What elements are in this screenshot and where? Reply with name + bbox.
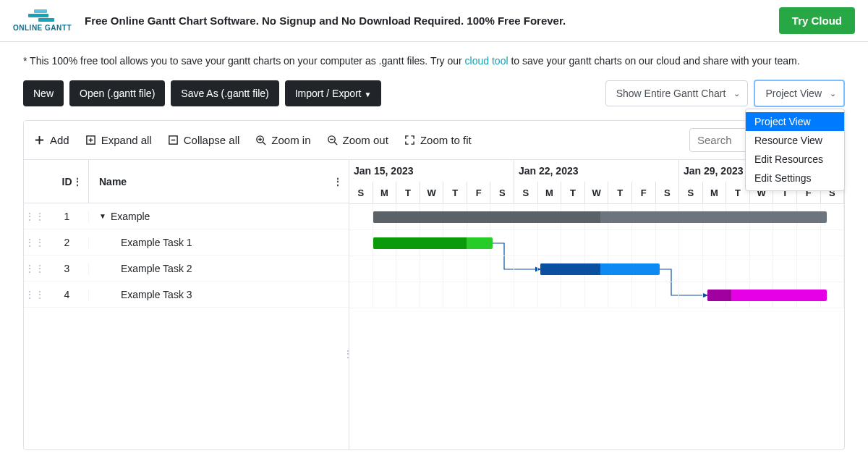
task-id: 1 — [46, 211, 89, 222]
logo[interactable]: ONLINE GANTT — [13, 9, 72, 32]
task-id: 3 — [46, 263, 89, 274]
app-header: ONLINE GANTT Free Online Gantt Chart Sof… — [0, 0, 868, 42]
import-export-button[interactable]: Import / Export▼ — [285, 80, 382, 106]
task-name: Example Task 3 — [121, 289, 192, 300]
caret-down-icon: ▼ — [365, 90, 372, 98]
kebab-icon[interactable]: ⋮ — [72, 176, 82, 187]
day-header: F — [632, 182, 656, 203]
task-row[interactable]: ⋮⋮ 3 Example Task 2 — [24, 256, 349, 282]
view-select[interactable]: Project View ⌄ — [754, 80, 845, 107]
task-row[interactable]: ⋮⋮ 4 Example Task 3 — [24, 282, 349, 308]
day-header: T — [443, 182, 467, 203]
drag-handle-icon[interactable]: ⋮⋮ — [24, 237, 46, 248]
day-header: S — [490, 182, 514, 203]
task-list-pane: ID ⋮ Name ⋮ ⋮⋮ 1 ▼ Example ⋮⋮ 2 Example … — [24, 160, 349, 449]
collapse-caret-icon[interactable]: ▼ — [99, 212, 106, 220]
gantt-bar[interactable] — [373, 237, 493, 249]
drag-handle-icon[interactable]: ⋮⋮ — [24, 289, 46, 300]
id-column-header[interactable]: ID ⋮ — [46, 160, 89, 203]
zoom-in-icon — [255, 135, 266, 145]
gantt-grid: ID ⋮ Name ⋮ ⋮⋮ 1 ▼ Example ⋮⋮ 2 Example … — [24, 160, 844, 449]
task-name-cell[interactable]: Example Task 1 — [89, 237, 349, 248]
day-header: T — [396, 182, 420, 203]
task-id: 2 — [46, 237, 89, 248]
day-header: S — [679, 182, 703, 203]
task-name: Example — [111, 211, 150, 222]
day-header: S — [349, 182, 373, 203]
info-text: * This 100% free tool allows you to save… — [0, 42, 868, 80]
day-header: F — [467, 182, 491, 203]
header-title: Free Online Gantt Chart Software. No Sig… — [85, 14, 779, 27]
day-header: W — [420, 182, 444, 203]
week-header: Jan 22, 2023 — [514, 160, 679, 182]
task-list-header: ID ⋮ Name ⋮ — [24, 160, 349, 203]
svg-line-12 — [334, 142, 337, 145]
zoom-fit-icon — [404, 135, 415, 145]
task-row[interactable]: ⋮⋮ 2 Example Task 1 — [24, 229, 349, 256]
day-header: T — [608, 182, 632, 203]
name-column-header[interactable]: Name ⋮ — [89, 160, 349, 203]
drag-handle-icon[interactable]: ⋮⋮ — [24, 263, 46, 274]
try-cloud-button[interactable]: Try Cloud — [779, 7, 855, 34]
logo-bars-icon — [28, 9, 57, 22]
zoom-fit-button[interactable]: Zoom to fit — [404, 134, 472, 146]
add-button[interactable]: Add — [34, 134, 69, 146]
gantt-bar[interactable] — [540, 263, 660, 275]
day-header: S — [656, 182, 680, 203]
task-name: Example Task 2 — [121, 263, 192, 274]
gantt-bar[interactable] — [373, 211, 827, 223]
task-name-cell[interactable]: ▼ Example — [89, 211, 349, 222]
view-dropdown: Project ViewResource ViewEdit ResourcesE… — [745, 109, 845, 191]
day-header: S — [514, 182, 538, 203]
zoom-in-button[interactable]: Zoom in — [255, 134, 310, 146]
gantt-bar-progress — [540, 263, 600, 275]
gantt-bar-progress — [707, 290, 731, 301]
day-header: T — [561, 182, 585, 203]
expand-icon — [85, 135, 96, 145]
save-as-button[interactable]: Save As (.gantt file) — [171, 80, 278, 106]
gantt-bar[interactable] — [707, 290, 827, 301]
logo-text: ONLINE GANTT — [13, 24, 72, 32]
cloud-tool-link[interactable]: cloud tool — [465, 55, 509, 67]
view-option[interactable]: Resource View — [746, 131, 844, 150]
task-name-cell[interactable]: Example Task 2 — [89, 263, 349, 274]
drag-handle-icon[interactable]: ⋮⋮ — [24, 211, 46, 222]
chart-row — [349, 230, 844, 256]
collapse-icon — [168, 135, 179, 145]
main-toolbar: New Open (.gantt file) Save As (.gantt f… — [0, 80, 868, 120]
chart-row — [349, 282, 844, 308]
gantt-toolbar: Add Expand all Collapse all Zoom in Zoom… — [24, 121, 844, 160]
view-option[interactable]: Project View — [746, 112, 844, 131]
task-name: Example Task 1 — [121, 237, 192, 248]
kebab-icon[interactable]: ⋮ — [333, 176, 343, 187]
week-header: Jan 15, 2023 — [349, 160, 514, 182]
plus-icon — [34, 135, 45, 145]
task-id: 4 — [46, 289, 89, 300]
chevron-down-icon: ⌄ — [733, 89, 740, 98]
chart-body — [349, 204, 844, 308]
chart-row — [349, 204, 844, 230]
timeline-pane: Jan 15, 2023Jan 22, 2023Jan 29, 2023 SMT… — [349, 160, 844, 449]
zoom-out-button[interactable]: Zoom out — [327, 134, 388, 146]
zoom-out-icon — [327, 135, 338, 145]
view-select-wrapper: Project View ⌄ Project ViewResource View… — [754, 80, 845, 107]
new-button[interactable]: New — [23, 80, 64, 106]
day-header: M — [538, 182, 562, 203]
task-name-cell[interactable]: Example Task 3 — [89, 289, 349, 300]
svg-line-8 — [263, 142, 266, 145]
chevron-down-icon: ⌄ — [830, 89, 836, 98]
view-option[interactable]: Edit Resources — [746, 150, 844, 169]
day-header: M — [703, 182, 727, 203]
gantt-bar-progress — [373, 237, 467, 249]
gantt-container: Add Expand all Collapse all Zoom in Zoom… — [23, 120, 845, 450]
chart-row — [349, 256, 844, 282]
day-header: W — [585, 182, 609, 203]
open-button[interactable]: Open (.gantt file) — [69, 80, 165, 106]
gantt-bar-progress — [373, 211, 600, 223]
view-option[interactable]: Edit Settings — [746, 169, 844, 187]
show-entire-select[interactable]: Show Entire Gantt Chart ⌄ — [605, 80, 749, 106]
task-row[interactable]: ⋮⋮ 1 ▼ Example — [24, 203, 349, 229]
collapse-all-button[interactable]: Collapse all — [168, 134, 240, 146]
expand-all-button[interactable]: Expand all — [85, 134, 152, 146]
day-header: M — [373, 182, 397, 203]
